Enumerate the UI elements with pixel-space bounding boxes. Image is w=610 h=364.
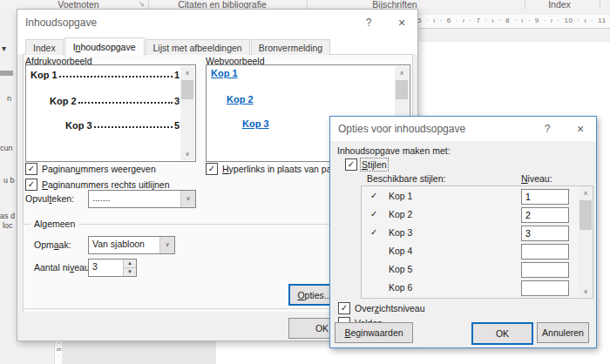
scrollbar-thumb[interactable] bbox=[396, 80, 408, 99]
style-name: Kop 6 bbox=[389, 282, 412, 293]
stijlen-checkbox[interactable]: ✓ Stijlen bbox=[345, 158, 387, 171]
print-preview-content: Kop 1 1 Kop 2 3 Kop 3 5 bbox=[30, 65, 180, 159]
niveau-header: Niveau: bbox=[521, 173, 552, 184]
aantal-niveaus-stepper[interactable]: 3 ▲ ▼ bbox=[88, 259, 137, 277]
opvulteken-value: ....... bbox=[89, 191, 180, 207]
checkbox-mark: ✓ bbox=[25, 163, 37, 175]
scroll-up-icon[interactable]: ∧ bbox=[395, 66, 409, 79]
toc-entry-page: 3 bbox=[174, 96, 180, 106]
ribbon-separator bbox=[307, 0, 308, 9]
background-text-fragment: as d bbox=[0, 212, 15, 220]
ruler-marks: 5 · ı · 6 · ı · 7 · ı · 8 · ı · 9 · ı · … bbox=[417, 17, 610, 24]
close-icon[interactable]: × bbox=[573, 122, 588, 136]
beginwaarden-button[interactable]: Beginwaarden bbox=[335, 322, 413, 343]
aantal-niveaus-value: 3 bbox=[89, 260, 123, 276]
style-row: ✓ Kop 3 bbox=[362, 225, 577, 242]
background-workspace bbox=[62, 340, 216, 364]
ruler-tick: · bbox=[58, 353, 59, 359]
style-used-check: ✓ bbox=[370, 209, 377, 219]
web-toc-link: Kop 2 bbox=[211, 94, 394, 106]
leader-dots bbox=[59, 76, 173, 78]
checkbox-mark: ✓ bbox=[25, 179, 37, 191]
stepper-buttons: ▲ ▼ bbox=[123, 260, 136, 276]
close-icon[interactable]: × bbox=[394, 16, 410, 30]
background-text-fragment: u b bbox=[3, 176, 15, 185]
checkbox-label: Paginanummers rechts uitlijnen bbox=[42, 179, 170, 190]
style-name: Kop 2 bbox=[389, 209, 412, 219]
background-text-fragment: n bbox=[7, 94, 11, 103]
options-annuleren-button[interactable]: Annuleren bbox=[537, 322, 589, 343]
opvulteken-label: Opvulteken: bbox=[25, 193, 74, 204]
ribbon-strip: Voetnoten ↘ Citaten en bibliografie Bijs… bbox=[0, 0, 610, 9]
opmaak-dropdown[interactable]: Van sjabloon ∨ bbox=[88, 236, 175, 254]
dropdown-arrow-icon: ▾ bbox=[2, 44, 6, 53]
level-input-kop1[interactable] bbox=[521, 189, 569, 205]
scroll-down-icon[interactable]: ∨ bbox=[579, 285, 593, 298]
checkbox-label: Overzichtsniveau bbox=[355, 303, 425, 313]
checkbox-label: Stijlen bbox=[362, 159, 387, 170]
algemeen-group-label: Algemeen bbox=[30, 219, 78, 229]
level-input-kop6[interactable] bbox=[521, 280, 569, 296]
paginanummers-weergeven-checkbox[interactable]: ✓ Paginanummers weergeven bbox=[25, 163, 156, 175]
toc-entry-text: Kop 1 bbox=[30, 70, 58, 80]
ribbon-group-bijschriften: Bijschriften bbox=[356, 0, 434, 9]
opmaak-value: Van sjabloon bbox=[89, 237, 159, 253]
style-row: Kop 4 bbox=[362, 243, 577, 260]
dialog-launcher-icon: ↘ bbox=[139, 0, 145, 8]
checkbox-label: Paginanummers weergeven bbox=[42, 164, 156, 174]
tab-bar: Index Inhoudsopgave Lijst met afbeelding… bbox=[25, 37, 331, 55]
toc-dialog-titlebar[interactable]: Inhoudsopgave ? × bbox=[17, 10, 417, 36]
overzichtsniveau-checkbox[interactable]: ✓ Overzichtsniveau bbox=[338, 302, 425, 314]
scroll-down-icon[interactable]: ∨ bbox=[180, 147, 194, 160]
style-name: Kop 3 bbox=[389, 227, 412, 238]
ruler-tick: · bbox=[58, 340, 59, 347]
toc-entry-page: 5 bbox=[174, 120, 180, 131]
scrollbar-thumb[interactable] bbox=[580, 200, 592, 230]
checkbox-mark: ✓ bbox=[345, 158, 357, 171]
tab-inhoudsopgave[interactable]: Inhoudsopgave bbox=[64, 37, 145, 56]
web-toc-link: Kop 1 bbox=[211, 68, 394, 80]
paginanummers-rechts-uitlijnen-checkbox[interactable]: ✓ Paginanummers rechts uitlijnen bbox=[25, 179, 170, 191]
scroll-up-icon[interactable]: ∧ bbox=[180, 66, 194, 79]
tab-index[interactable]: Index bbox=[25, 39, 64, 55]
opvulteken-dropdown[interactable]: ....... ∨ bbox=[88, 190, 196, 208]
scrollbar-thumb[interactable] bbox=[181, 80, 193, 99]
toc-entry-text: Kop 2 bbox=[50, 96, 77, 106]
chevron-down-icon[interactable]: ∨ bbox=[180, 191, 195, 207]
leader-dots bbox=[94, 126, 173, 128]
style-used-check: ✓ bbox=[370, 191, 377, 200]
style-name: Kop 4 bbox=[389, 246, 412, 256]
spin-up-icon[interactable]: ▲ bbox=[124, 260, 136, 268]
checkbox-mark: ✓ bbox=[206, 163, 218, 175]
options-dialog-titlebar[interactable]: Opties voor inhoudsopgave ? × bbox=[330, 117, 596, 141]
toc-entry-page: 1 bbox=[174, 70, 180, 80]
options-ok-button[interactable]: OK bbox=[471, 322, 533, 345]
opmaak-label: Opmaak: bbox=[34, 239, 71, 250]
level-input-kop4[interactable] bbox=[521, 244, 569, 260]
level-input-kop3[interactable] bbox=[521, 226, 569, 241]
chevron-down-icon[interactable]: ∨ bbox=[159, 237, 174, 253]
help-icon[interactable]: ? bbox=[539, 122, 555, 136]
leader-dots bbox=[78, 102, 173, 104]
ribbon-group-index: Index bbox=[533, 0, 586, 9]
ribbon-separator bbox=[148, 0, 149, 9]
background-text-fragment: loc bbox=[3, 221, 13, 230]
scroll-up-icon[interactable]: ∧ bbox=[579, 186, 593, 199]
help-icon[interactable]: ? bbox=[361, 16, 376, 30]
spin-down-icon[interactable]: ▼ bbox=[124, 268, 136, 276]
style-used-check: ✓ bbox=[370, 227, 377, 237]
horizontal-ruler: 5 · ı · 6 · ı · 7 · ı · 8 · ı · 9 · ı · … bbox=[417, 15, 610, 29]
tab-bronvermelding[interactable]: Bronvermelding bbox=[251, 39, 331, 55]
styles-list-scrollbar: ∧ ∨ bbox=[579, 186, 593, 298]
ribbon-group-voetnoten: Voetnoten bbox=[48, 0, 109, 9]
make-with-label: Inhoudsopgave maken met: bbox=[337, 145, 451, 156]
beschikbare-stijlen-header: Beschikbare stijlen: bbox=[367, 173, 445, 184]
screen: Voetnoten ↘ Citaten en bibliografie Bijs… bbox=[0, 0, 610, 364]
ribbon-group-citaten: Citaten en bibliografie bbox=[161, 0, 283, 9]
tab-lijst-met-afbeeldingen[interactable]: Lijst met afbeeldingen bbox=[146, 39, 250, 55]
checkbox-mark: ✓ bbox=[338, 302, 350, 314]
level-input-kop2[interactable] bbox=[521, 207, 569, 223]
style-row: Kop 6 bbox=[362, 280, 577, 297]
level-input-kop5[interactable] bbox=[521, 262, 569, 278]
ruler-number: 6 bbox=[56, 348, 62, 352]
